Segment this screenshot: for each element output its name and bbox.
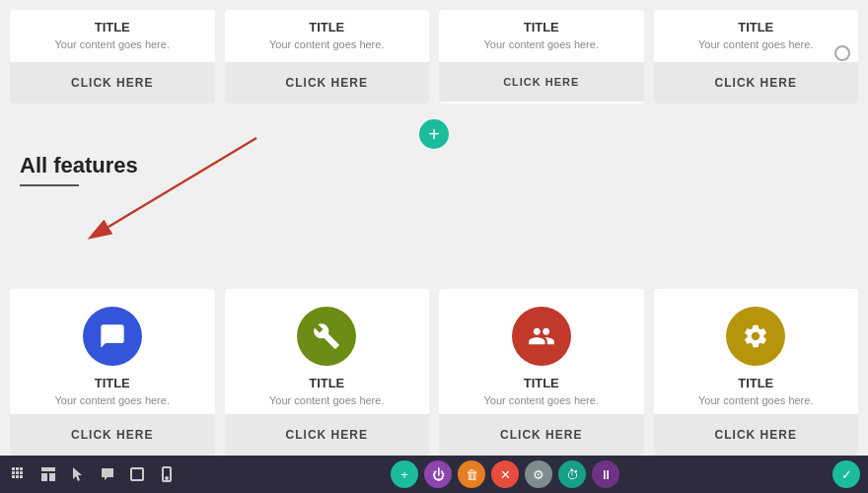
bottom-card-3-title: TITLE [447,376,636,390]
top-card-2-content: TITLE Your content goes here. [225,10,430,58]
toolbar-power-button[interactable]: ⏻ [424,460,452,488]
bottom-card-3: TITLE Your content goes here. CLICK HERE [439,289,644,456]
bottom-card-4-icon-circle [726,307,785,366]
top-card-3-content: TITLE Your content goes here. [439,10,644,58]
bottom-card-4-content: TITLE Your content goes here. [654,376,859,414]
top-card-1: TITLE Your content goes here. CLICK HERE [10,10,215,104]
small-circle-indicator [834,45,850,61]
top-card-3-title: TITLE [449,20,634,35]
svg-rect-14 [131,468,143,480]
bottom-card-4-btn[interactable]: click Here [654,414,859,456]
toolbar-close-button[interactable]: ✕ [491,460,519,488]
top-card-4-btn[interactable]: CLICK HERE [654,62,859,104]
users-icon [528,322,555,350]
top-card-4: TITLE Your content goes here. CLICK HERE [654,10,859,104]
svg-rect-12 [41,473,47,481]
top-card-3-subtitle: Your content goes here. [449,38,634,50]
top-card-3-btn[interactable]: cLiCK HeRe [439,62,644,102]
top-card-2-btn[interactable]: CLICK HERE [225,62,430,104]
bottom-card-1-content: TITLE Your content goes here. [10,376,215,414]
bottom-card-3-content: TITLE Your content goes here. [439,376,644,414]
top-card-4-subtitle: Your content goes here. [664,38,849,50]
svg-rect-11 [41,467,55,471]
toolbar-confirm-button[interactable]: ✓ [832,460,860,488]
toolbar-add-button[interactable]: + [391,460,418,488]
bottom-card-4-subtitle: Your content goes here. [662,394,851,406]
top-card-4-content: TITLE Your content goes here. [654,10,859,58]
bottom-card-2-subtitle: Your content goes here. [233,394,422,406]
square-icon[interactable] [126,463,148,485]
toolbar-pause-button[interactable]: ⏸ [592,460,619,488]
top-card-1-btn[interactable]: CLICK HERE [10,62,215,104]
grid-icon[interactable] [8,463,30,485]
bottom-card-1: TITLE Your content goes here. CLICK HERE [10,289,215,456]
toolbar-left [8,463,178,485]
bottom-card-2-content: TITLE Your content goes here. [225,376,430,414]
bottom-cards-row: TITLE Your content goes here. CLICK HERE… [0,279,868,456]
chat-icon [99,322,126,350]
bottom-card-4-title: TITLE [662,376,851,390]
svg-point-16 [166,477,168,479]
toolbar-timer-button[interactable]: ⏱ [558,460,586,488]
gear-icon [742,322,769,350]
svg-rect-6 [16,471,19,474]
page-wrapper: TITLE Your content goes here. CLICK HERE… [0,0,868,493]
top-card-3: TITLE Your content goes here. cLiCK HeRe [439,10,644,104]
bottom-card-1-btn[interactable]: CLICK HERE [10,414,215,456]
svg-rect-4 [20,467,23,470]
bottom-card-2-title: TITLE [233,376,422,390]
top-card-1-subtitle: Your content goes here. [20,38,205,50]
add-section-button[interactable]: + [419,119,449,149]
svg-rect-10 [20,475,23,478]
phone-icon[interactable] [156,463,178,485]
svg-rect-2 [12,467,15,470]
top-card-1-content: TITLE Your content goes here. [10,10,215,58]
svg-rect-3 [16,467,19,470]
bubble-icon[interactable] [97,463,118,485]
toolbar-settings-button[interactable]: ⚙ [525,460,552,488]
top-card-2-subtitle: Your content goes here. [235,38,420,50]
bottom-card-1-title: TITLE [18,376,207,390]
bottom-card-3-icon-circle [512,307,571,366]
top-card-1-title: TITLE [20,20,205,35]
layout-icon[interactable] [37,463,59,485]
bottom-card-2-icon-circle [297,307,356,366]
all-features-divider [20,184,79,186]
bottom-card-1-icon-circle [83,307,142,366]
wrench-icon [313,322,340,350]
all-features-section: All features [0,153,868,186]
svg-rect-8 [12,475,15,478]
bottom-card-2-btn[interactable]: CLICK HERE [225,414,430,456]
bottom-card-1-subtitle: Your content goes here. [18,394,207,406]
top-card-4-title: TITLE [664,20,849,35]
top-cards-row: TITLE Your content goes here. CLICK HERE… [0,0,868,104]
bottom-card-4: TITLE Your content goes here. click Here [654,289,859,456]
toolbar-center: + ⏻ 🗑 ✕ ⚙ ⏱ ⏸ [391,460,619,488]
toolbar-delete-button[interactable]: 🗑 [458,460,485,488]
bottom-toolbar: + ⏻ 🗑 ✕ ⚙ ⏱ ⏸ ✓ [0,456,868,493]
cursor-icon[interactable] [67,463,89,485]
svg-rect-5 [12,471,15,474]
all-features-heading: All features [20,153,858,178]
bottom-card-2: TITLE Your content goes here. CLICK HERE [225,289,430,456]
svg-rect-9 [16,475,19,478]
top-card-2-title: TITLE [235,20,420,35]
bottom-card-3-btn[interactable]: CLICK HERE [439,414,644,456]
toolbar-right: ✓ [832,460,860,488]
top-card-2: TITLE Your content goes here. CLICK HERE [225,10,430,104]
svg-rect-13 [49,473,55,481]
svg-rect-7 [20,471,23,474]
plus-area: + [0,104,868,153]
bottom-card-3-subtitle: Your content goes here. [447,394,636,406]
